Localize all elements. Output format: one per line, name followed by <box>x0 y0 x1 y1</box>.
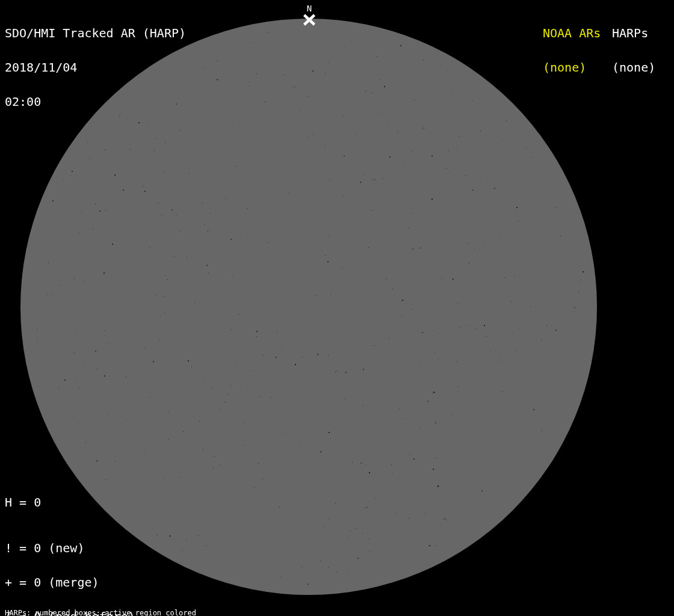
solar-harp-plot: SDO/HMI Tracked AR (HARP) 2018/11/04 02:… <box>0 0 674 616</box>
footnote-harps: HARPs: numbered boxes; active region col… <box>5 609 257 616</box>
harp-count: H = 0 <box>5 497 41 508</box>
north-cross-icon <box>303 14 316 26</box>
plot-date: 2018/11/04 <box>5 62 186 73</box>
legend-line-merge: + = 0 (merge) <box>5 577 143 588</box>
legend-line-new: ! = 0 (new) <box>5 543 143 554</box>
noaa-ars-label: NOAA ARs <box>543 28 601 39</box>
noaa-ars-value: (none) <box>543 62 601 73</box>
plot-title: SDO/HMI Tracked AR (HARP) <box>5 28 186 39</box>
north-pole-label: N <box>307 4 312 13</box>
noaa-ars-status: NOAA ARs (none) <box>543 5 601 96</box>
footnote: HARPs: numbered boxes; active region col… <box>5 594 257 616</box>
plot-header: SDO/HMI Tracked AR (HARP) 2018/11/04 02:… <box>5 5 186 131</box>
harps-value: (none) <box>612 62 655 73</box>
harps-label: HARPs <box>612 28 655 39</box>
harps-status: HARPs (none) <box>612 5 655 96</box>
plot-time: 02:00 <box>5 96 186 108</box>
